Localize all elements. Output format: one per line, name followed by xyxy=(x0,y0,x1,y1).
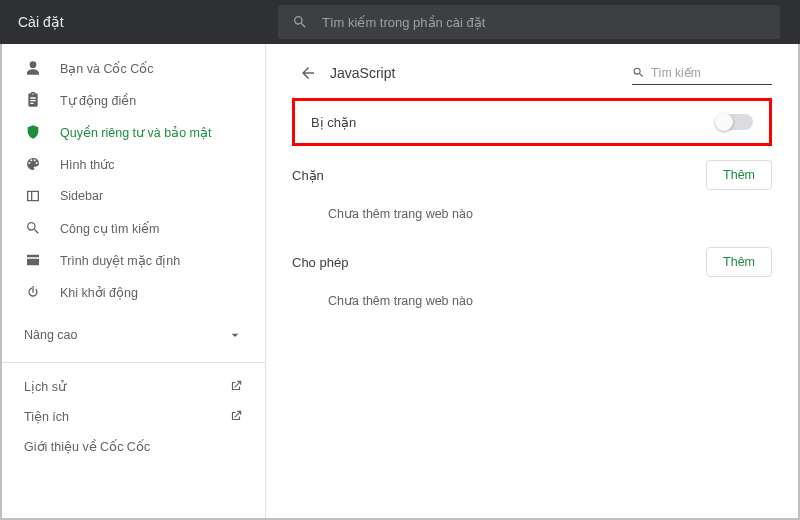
section-search-placeholder: Tìm kiếm xyxy=(651,66,701,80)
arrow-left-icon xyxy=(299,64,317,82)
search-icon xyxy=(632,66,645,79)
section-search[interactable]: Tìm kiếm xyxy=(632,61,772,85)
back-button[interactable] xyxy=(292,57,324,89)
sidebar-item-label: Công cụ tìm kiếm xyxy=(60,221,159,236)
app-title: Cài đặt xyxy=(18,14,278,30)
sidebar-item-label: Trình duyệt mặc định xyxy=(60,253,180,268)
sidebar-item-label: Hình thức xyxy=(60,157,115,172)
block-title: Chặn xyxy=(292,168,324,183)
sidebar-item-label: Khi khởi động xyxy=(60,285,138,300)
page-title: JavaScript xyxy=(330,65,395,81)
divider xyxy=(2,362,265,363)
sidebar-item-label: Quyền riêng tư và bảo mật xyxy=(60,125,212,140)
window-icon xyxy=(24,251,42,269)
palette-icon xyxy=(24,155,42,173)
sidebar-item-on-startup[interactable]: Khi khởi động xyxy=(2,276,265,308)
sidebar-link-about[interactable]: Giới thiệu về Cốc Cốc xyxy=(2,431,265,461)
sidebar-link-extensions[interactable]: Tiện ích xyxy=(2,401,265,431)
search-icon xyxy=(292,14,308,30)
external-link-icon xyxy=(229,379,243,393)
block-add-button[interactable]: Thêm xyxy=(706,160,772,190)
global-search[interactable]: Tìm kiếm trong phần cài đặt xyxy=(278,5,780,39)
search-icon xyxy=(24,219,42,237)
advanced-label: Nâng cao xyxy=(24,328,78,342)
top-bar: Cài đặt Tìm kiếm trong phần cài đặt xyxy=(0,0,800,44)
chevron-down-icon xyxy=(227,327,243,343)
allow-section-header: Cho phép Thêm xyxy=(292,241,772,283)
external-link-icon xyxy=(229,409,243,423)
allow-add-button[interactable]: Thêm xyxy=(706,247,772,277)
blocked-label: Bị chặn xyxy=(311,115,356,130)
allow-empty-text: Chưa thêm trang web nào xyxy=(292,283,772,322)
block-section-header: Chặn Thêm xyxy=(292,154,772,196)
link-label: Giới thiệu về Cốc Cốc xyxy=(24,439,150,454)
sidebar-item-autofill[interactable]: Tự động điền xyxy=(2,84,265,116)
sidebar-item-label: Sidebar xyxy=(60,189,103,203)
power-icon xyxy=(24,283,42,301)
sidebar: Bạn và Cốc Cốc Tự động điền Quyền riêng … xyxy=(2,44,266,518)
shield-icon xyxy=(24,123,42,141)
blocked-toggle[interactable] xyxy=(717,114,753,130)
sidebar-item-search-engine[interactable]: Công cụ tìm kiếm xyxy=(2,212,265,244)
person-icon xyxy=(24,59,42,77)
clipboard-icon xyxy=(24,91,42,109)
link-label: Lịch sử xyxy=(24,379,66,394)
blocked-toggle-row: Bị chặn xyxy=(292,98,772,146)
sidebar-advanced-toggle[interactable]: Nâng cao xyxy=(2,318,265,352)
sidebar-item-default-browser[interactable]: Trình duyệt mặc định xyxy=(2,244,265,276)
sidebar-item-label: Tự động điền xyxy=(60,93,136,108)
sidebar-item-sidebar[interactable]: Sidebar xyxy=(2,180,265,212)
block-empty-text: Chưa thêm trang web nào xyxy=(292,196,772,235)
global-search-placeholder: Tìm kiếm trong phần cài đặt xyxy=(322,15,485,30)
page-header: JavaScript Tìm kiếm xyxy=(292,58,772,88)
sidebar-link-history[interactable]: Lịch sử xyxy=(2,371,265,401)
sidebar-item-privacy[interactable]: Quyền riêng tư và bảo mật xyxy=(2,116,265,148)
sidebar-item-appearance[interactable]: Hình thức xyxy=(2,148,265,180)
content-area: JavaScript Tìm kiếm Bị chặn Chặn Thêm Ch… xyxy=(266,44,798,518)
sidebar-item-label: Bạn và Cốc Cốc xyxy=(60,61,153,76)
sidebar-item-you-and-coccoc[interactable]: Bạn và Cốc Cốc xyxy=(2,52,265,84)
allow-title: Cho phép xyxy=(292,255,348,270)
link-label: Tiện ích xyxy=(24,409,69,424)
body: Bạn và Cốc Cốc Tự động điền Quyền riêng … xyxy=(0,44,800,520)
panel-icon xyxy=(24,187,42,205)
